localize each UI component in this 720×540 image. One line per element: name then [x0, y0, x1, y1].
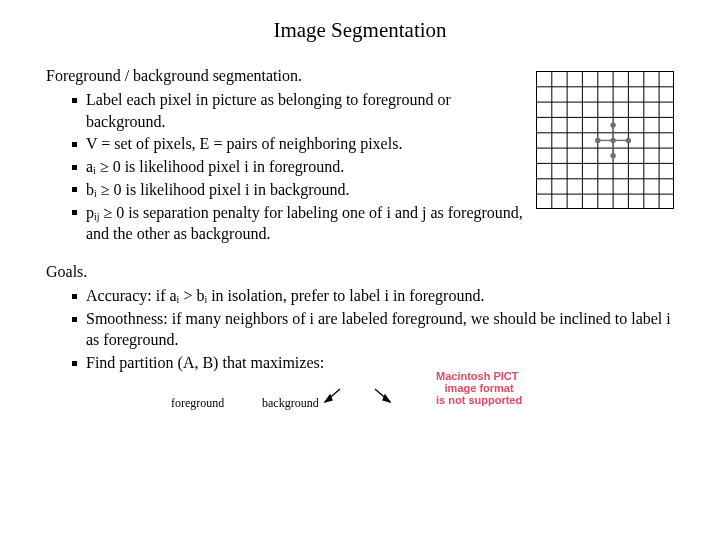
section1-bullet: bi ≥ 0 is likelihood pixel i in backgrou…: [72, 179, 524, 201]
goals-head: Goals.: [46, 263, 674, 281]
svg-point-19: [610, 122, 615, 127]
pixel-grid-illustration: [536, 71, 674, 209]
section1-bullet: ai ≥ 0 is likelihood pixel i in foregrou…: [72, 156, 524, 178]
section1-bullet: Label each pixel in picture as belonging…: [72, 89, 524, 132]
section1-bullet: pij ≥ 0 is separation penalty for labeli…: [72, 202, 524, 245]
svg-point-22: [626, 138, 631, 143]
svg-marker-27: [383, 395, 390, 402]
pict-unsupported-notice: Macintosh PICT image format is not suppo…: [436, 370, 522, 406]
page-title: Image Segmentation: [0, 18, 720, 43]
goals-bullet: Find partition (A, B) that maximizes:: [72, 352, 674, 374]
svg-point-21: [595, 138, 600, 143]
section1-bullet: V = set of pixels, E = pairs of neighbor…: [72, 133, 524, 155]
foreground-label: foreground: [171, 396, 224, 411]
svg-marker-25: [325, 395, 332, 402]
goals-bullet: Smoothness: if many neighbors of i are l…: [72, 308, 674, 351]
svg-point-23: [610, 138, 615, 143]
svg-point-20: [610, 153, 615, 158]
background-label: background: [262, 396, 319, 411]
goals-bullet: Accuracy: if ai > bi in isolation, prefe…: [72, 285, 674, 307]
section1-head: Foreground / background segmentation.: [46, 67, 524, 85]
